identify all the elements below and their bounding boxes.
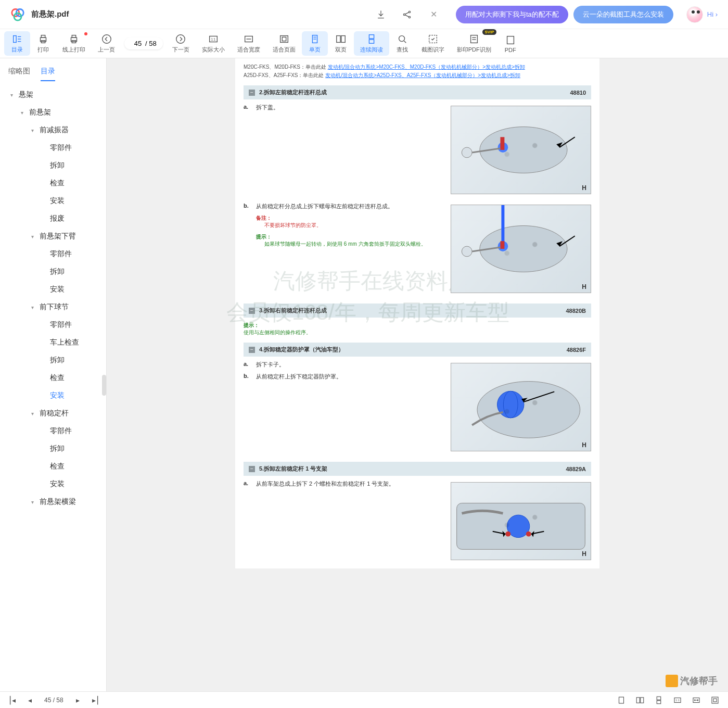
svg-point-40 — [462, 147, 472, 158]
chevron-down-icon[interactable]: ▾ — [31, 128, 40, 133]
sidebar-tab-目录[interactable]: 目录 — [41, 62, 55, 81]
last-page-button[interactable]: ▸⎮ — [92, 696, 99, 704]
tree-item-零部件[interactable]: 零部件 — [0, 139, 106, 157]
tree-item-检查[interactable]: 检查 — [0, 458, 106, 475]
toolbar-PDF[interactable]: PDF — [497, 32, 523, 55]
close-button[interactable]: ✕ — [428, 8, 440, 21]
toolbar-打印[interactable]: 打印 — [30, 31, 56, 56]
tree-item-拆卸[interactable]: 拆卸 — [0, 263, 106, 281]
tree-item-前悬架横梁[interactable]: ▾前悬架横梁 — [0, 493, 106, 511]
tree-item-拆卸[interactable]: 拆卸 — [0, 440, 106, 458]
diagram-figure: H — [451, 205, 591, 293]
tree-item-安装[interactable]: 安装 — [0, 192, 106, 210]
page-current-field[interactable] — [131, 40, 145, 47]
tree-item-零部件[interactable]: 零部件 — [0, 245, 106, 263]
toolbar-下一页[interactable]: 下一页 — [166, 31, 196, 56]
tree-item-检查[interactable]: 检查 — [0, 174, 106, 192]
toolbar-线上打印[interactable]: 线上打印 — [56, 31, 92, 56]
toolbar-目录[interactable]: 目录 — [4, 31, 30, 56]
tree-item-前悬架下臂[interactable]: ▾前悬架下臂 — [0, 227, 106, 245]
download-icon[interactable] — [376, 9, 386, 20]
tree-item-前下球节[interactable]: ▾前下球节 — [0, 298, 106, 316]
first-page-button[interactable]: ⎮◂ — [8, 696, 16, 704]
tree-item-安装[interactable]: 安装 — [0, 475, 106, 493]
toolbar-上一页[interactable]: 上一页 — [92, 31, 121, 56]
promo-1[interactable]: 用配对大师测下我与ta的配不配 — [456, 6, 568, 23]
svg-rect-58 — [657, 697, 661, 700]
tree-item-安装[interactable]: 安装 — [0, 387, 106, 404]
toolbar-截图识字[interactable]: 截图识字 — [415, 31, 451, 56]
prev-page-button[interactable]: ◂ — [28, 696, 32, 704]
single-page-icon[interactable] — [617, 696, 626, 705]
svg-rect-28 — [369, 35, 374, 39]
fit-width-icon[interactable] — [692, 696, 701, 705]
hi-label[interactable]: Hi › — [707, 10, 718, 18]
section-header: −4.拆卸稳定器防护罩（汽油车型） 48826F — [244, 343, 591, 357]
chevron-down-icon[interactable]: ▾ — [21, 110, 29, 116]
tree-item-拆卸[interactable]: 拆卸 — [0, 157, 106, 174]
share-icon[interactable] — [402, 9, 412, 20]
two-page-icon[interactable] — [635, 696, 645, 705]
svg-point-38 — [498, 142, 508, 153]
toolbar-影印PDF识别[interactable]: 影印PDF识别SVIP — [451, 31, 497, 56]
chevron-down-icon[interactable]: ▾ — [31, 499, 40, 505]
toolbar-双页[interactable]: 双页 — [328, 31, 354, 56]
svg-rect-6 — [14, 36, 17, 43]
continuous-icon[interactable] — [654, 696, 663, 705]
tree-item-检查[interactable]: 检查 — [0, 369, 106, 387]
svg-point-17 — [176, 35, 185, 44]
tree-item-拆卸[interactable]: 拆卸 — [0, 351, 106, 369]
fit-page-icon[interactable] — [710, 696, 720, 705]
page-indicator: 45 / 58 — [44, 697, 63, 704]
page-number-input[interactable]: / 58 — [124, 37, 163, 49]
chevron-down-icon[interactable]: ▾ — [31, 411, 40, 416]
toolbar-单页[interactable]: 单页 — [302, 31, 328, 56]
tree-item-报废[interactable]: 报废 — [0, 210, 106, 227]
chevron-down-icon[interactable]: ▾ — [31, 234, 40, 239]
查找-icon — [397, 33, 408, 45]
fit-11-icon[interactable]: 1:1 — [673, 696, 682, 705]
reference-link[interactable]: 发动机/混合动力系统>A25D-FXS、A25F-FXS（发动机机械部分）>发动… — [325, 72, 520, 78]
reference-link[interactable]: 发动机/混合动力系统>M20C-FKS、M20D-FKS（发动机机械部分）>发动… — [328, 64, 525, 70]
tree-item-悬架[interactable]: ▾悬架 — [0, 86, 106, 104]
tree-item-前悬架[interactable]: ▾前悬架 — [0, 104, 106, 121]
svg-rect-29 — [369, 40, 374, 43]
sidebar-tab-缩略图[interactable]: 缩略图 — [8, 62, 30, 81]
toolbar-查找[interactable]: 查找 — [389, 31, 415, 56]
tree-item-前稳定杆[interactable]: ▾前稳定杆 — [0, 404, 106, 422]
collapse-icon[interactable]: − — [249, 466, 255, 472]
svg-rect-56 — [636, 697, 640, 703]
chevron-down-icon[interactable]: ▾ — [10, 92, 19, 98]
document-viewport[interactable]: 汽修帮手在线资料库 会员仅168/年，每周更新车型 M20C-FKS、M20D-… — [107, 58, 728, 691]
diagram-figure: H — [451, 363, 591, 451]
outline-tree: ▾悬架▾前悬架▾前减振器零部件拆卸检查安装报废▾前悬架下臂零部件拆卸安装▾前下球… — [0, 82, 106, 691]
实际大小-icon: 1:1 — [208, 33, 219, 45]
section-header: −5.拆卸左前稳定杆 1 号支架 48829A — [244, 462, 591, 476]
section-header: −3.拆卸右前稳定杆连杆总成 48820B — [244, 304, 591, 318]
chevron-down-icon[interactable]: ▾ — [31, 305, 40, 310]
tree-item-零部件[interactable]: 零部件 — [0, 316, 106, 334]
svg-point-16 — [102, 35, 111, 44]
diagram-figure: H — [451, 106, 591, 194]
avatar-icon[interactable] — [686, 6, 703, 23]
toolbar-适合宽度[interactable]: 适合宽度 — [231, 31, 266, 56]
collapse-icon[interactable]: − — [249, 90, 255, 96]
影印PDF识别-icon — [468, 33, 480, 45]
toolbar-实际大小[interactable]: 1:1实际大小 — [196, 31, 231, 56]
svg-line-31 — [404, 41, 406, 43]
svg-rect-14 — [72, 35, 75, 38]
连续阅读-icon — [366, 33, 377, 45]
sidebar-resize-handle[interactable] — [102, 375, 106, 396]
toolbar-适合页面[interactable]: 适合页面 — [266, 31, 302, 56]
tree-item-车上检查[interactable]: 车上检查 — [0, 334, 106, 351]
collapse-icon[interactable]: − — [249, 347, 255, 353]
diagram-figure: H — [451, 482, 591, 560]
tree-item-前减振器[interactable]: ▾前减振器 — [0, 121, 106, 139]
svg-rect-22 — [282, 37, 286, 41]
toolbar-连续阅读[interactable]: 连续阅读 — [354, 31, 389, 56]
tree-item-安装[interactable]: 安装 — [0, 281, 106, 298]
promo-2[interactable]: 云一朵的截图工具怎么安装 — [573, 6, 673, 23]
tree-item-零部件[interactable]: 零部件 — [0, 422, 106, 440]
collapse-icon[interactable]: − — [249, 308, 255, 314]
next-page-button[interactable]: ▸ — [76, 696, 80, 704]
